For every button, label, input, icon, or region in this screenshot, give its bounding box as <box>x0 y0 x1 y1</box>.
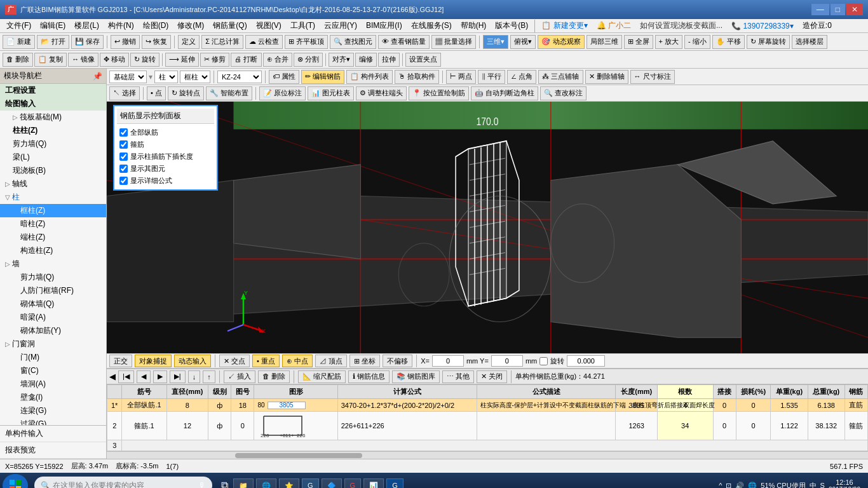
y-input[interactable] <box>491 355 523 367</box>
component-type-select[interactable]: 柱 <box>154 71 178 83</box>
column-table-btn[interactable]: 📊 图元柱表 <box>308 86 354 100</box>
menu-coins[interactable]: 造价豆:0 <box>799 19 836 32</box>
dynamic-input-btn[interactable]: 动态输入 <box>174 355 211 367</box>
pan-btn[interactable]: ✋ 平移 <box>712 35 745 49</box>
table-row[interactable]: 2 箍筋.1 12 ф 0 226 +611+ <box>107 412 868 440</box>
sidebar-column[interactable]: 柱柱(Z) <box>0 124 106 137</box>
smart-place-btn[interactable]: 🔧 智能布置 <box>206 86 252 100</box>
coord-btn[interactable]: ⊞ 坐标 <box>349 355 380 367</box>
split-btn[interactable]: ⊗ 分割 <box>294 53 323 67</box>
taskbar-browser[interactable]: 🌐 <box>256 478 276 489</box>
fullscreen-btn[interactable]: ⊞ 全屏 <box>624 35 653 49</box>
sidebar-window[interactable]: 窗(C) <box>0 364 106 377</box>
screen-rotate-btn[interactable]: ↻ 屏幕旋转 <box>747 35 790 49</box>
sidebar-struct-column[interactable]: 构造柱(Z) <box>0 244 106 257</box>
sidebar-masonry-wall[interactable]: 砌体墙(Q) <box>0 297 106 311</box>
point-angle-btn[interactable]: ∠ 点角 <box>507 70 536 84</box>
rebar-info-btn[interactable]: ℹ 钢筋信息 <box>348 370 390 383</box>
tray-expand[interactable]: ^ <box>719 482 722 488</box>
sidebar-dark-column[interactable]: 暗柱(Z) <box>0 217 106 231</box>
dimension-btn[interactable]: ↔ 尺寸标注 <box>630 70 675 84</box>
sidebar-shear-wall2[interactable]: 剪力墙(Q) <box>0 271 106 284</box>
move-up-btn[interactable]: ↑ <box>203 370 215 383</box>
set-anchor-btn[interactable]: 设置夹点 <box>405 53 441 67</box>
tray-network[interactable]: 🌐 <box>748 482 757 489</box>
level-btn[interactable]: ⊞ 齐平板顶 <box>285 35 328 49</box>
task-view-btn[interactable]: ⧉ <box>219 477 231 488</box>
menu-draw[interactable]: 绘图(D) <box>139 19 173 32</box>
in-place-label-btn[interactable]: 📝 原位标注 <box>259 86 306 100</box>
menu-component[interactable]: 构件(N) <box>104 19 138 32</box>
two-point-btn[interactable]: ⊢ 两点 <box>446 70 476 84</box>
sidebar-end-column[interactable]: 端柱(Z) <box>0 231 106 244</box>
find-origin-btn[interactable]: 🔍 查找图元 <box>330 35 376 49</box>
taskbar-file-explorer[interactable]: 📁 <box>233 478 254 489</box>
point-btn[interactable]: • 点 <box>147 86 166 100</box>
menu-file[interactable]: 文件(F) <box>3 19 35 32</box>
check-mark-btn[interactable]: 🔍 查改标注 <box>540 86 587 100</box>
component-subtype-select[interactable]: 框柱 <box>180 71 210 83</box>
next-record-btn[interactable]: ▶ <box>153 370 167 383</box>
mirror-btn[interactable]: ↔ 镜像 <box>68 53 98 67</box>
zoom-out-btn[interactable]: - 缩小 <box>684 35 710 49</box>
window-controls[interactable]: — □ ✕ <box>811 4 863 15</box>
delete-row-btn[interactable]: 🗑 删除 <box>258 370 290 383</box>
move-down-btn[interactable]: ↓ <box>188 370 201 383</box>
first-record-btn[interactable]: |◀ <box>118 370 134 383</box>
search-input[interactable] <box>53 481 196 488</box>
sidebar-door-window[interactable]: ▷ 门窗洞 <box>0 337 106 351</box>
menu-brand[interactable]: 🔔 广小二 <box>593 19 635 32</box>
new-btn[interactable]: 📄 新建 <box>3 35 35 49</box>
rotate-input[interactable] <box>567 355 605 367</box>
menu-tools[interactable]: 工具(T) <box>287 19 319 32</box>
tray-lang[interactable]: 中 <box>810 481 817 489</box>
check-other-elements[interactable] <box>119 165 128 173</box>
tray-volume[interactable]: 🔊 <box>735 482 744 489</box>
maximize-btn[interactable]: □ <box>831 4 845 15</box>
minimize-btn[interactable]: — <box>811 4 829 15</box>
scrollbar-thumb[interactable] <box>235 453 362 458</box>
menu-view[interactable]: 视图(V) <box>252 19 285 32</box>
rebar-library-btn[interactable]: 📚 钢筋图库 <box>392 370 440 383</box>
pick-component-btn[interactable]: 🖱 拾取构件 <box>395 70 439 84</box>
intersection-btn[interactable]: ✕ 交点 <box>219 355 250 367</box>
prev-record-btn[interactable]: ◀ <box>137 370 151 383</box>
align-btn[interactable]: 对齐▾ <box>329 53 354 67</box>
orthogonal-btn[interactable]: 正交 <box>109 355 132 367</box>
edit-rebar-btn[interactable]: ✏ 编辑钢筋 <box>301 70 344 84</box>
calc-btn[interactable]: Σ 汇总计算 <box>201 35 243 49</box>
sidebar-project-settings[interactable]: 工程设置 <box>0 84 106 97</box>
component-name-select[interactable]: KZ-24 <box>217 71 262 83</box>
sidebar-wall-group[interactable]: ▷ 墙 <box>0 257 106 271</box>
last-record-btn[interactable]: ▶| <box>170 370 186 383</box>
menu-floor[interactable]: 楼层(L) <box>71 19 103 32</box>
adjust-column-end-btn[interactable]: ⚙ 调整柱端头 <box>356 86 407 100</box>
zoom-in-btn[interactable]: + 放大 <box>655 35 682 49</box>
menu-cloud[interactable]: 云应用(Y) <box>320 19 361 32</box>
tray-ime[interactable]: S <box>820 482 825 488</box>
trim-btn[interactable]: ✂ 修剪 <box>200 53 229 67</box>
other-btn[interactable]: ⋯ 其他 <box>442 370 474 383</box>
sidebar-coupling-beam[interactable]: 连梁(G) <box>0 404 106 417</box>
dynamic-view-btn[interactable]: 🎯 动态观察 <box>538 35 584 49</box>
delete-axis-btn[interactable]: ✕ 删除辅轴 <box>585 70 628 84</box>
copy-btn[interactable]: 📋 复制 <box>34 53 67 67</box>
select-floor-btn[interactable]: 选择楼层 <box>792 35 827 49</box>
save-btn[interactable]: 💾 保存 <box>71 35 104 49</box>
batch-select-btn[interactable]: ▦ 批量选择 <box>431 35 476 49</box>
menu-online[interactable]: 在线服务(S) <box>407 19 456 32</box>
taskbar-app3[interactable]: G <box>344 478 362 488</box>
sidebar-drawing-input[interactable]: 绘图输入 <box>0 97 106 111</box>
open-btn[interactable]: 📂 打开 <box>37 35 69 49</box>
rebar-check-stirrup[interactable]: 箍筋 <box>117 139 214 151</box>
sidebar-masonry-rebar[interactable]: 砌体加筋(Y) <box>0 324 106 337</box>
rotate-checkbox[interactable] <box>539 357 548 365</box>
sidebar-raft-foundation[interactable]: ▷ 筏板基础(M) <box>0 111 106 124</box>
taskbar-app2[interactable]: 🔷 <box>322 478 342 489</box>
taskbar-app5[interactable]: G <box>386 478 403 488</box>
midpoint-btn[interactable]: • 重点 <box>252 355 280 367</box>
floor-select[interactable]: 基础层 <box>109 71 147 83</box>
plan-view-btn[interactable]: 俯视▾ <box>510 35 536 49</box>
pull-btn[interactable]: 拉伸 <box>378 53 400 67</box>
menu-bim[interactable]: BIM应用(I) <box>362 19 406 32</box>
